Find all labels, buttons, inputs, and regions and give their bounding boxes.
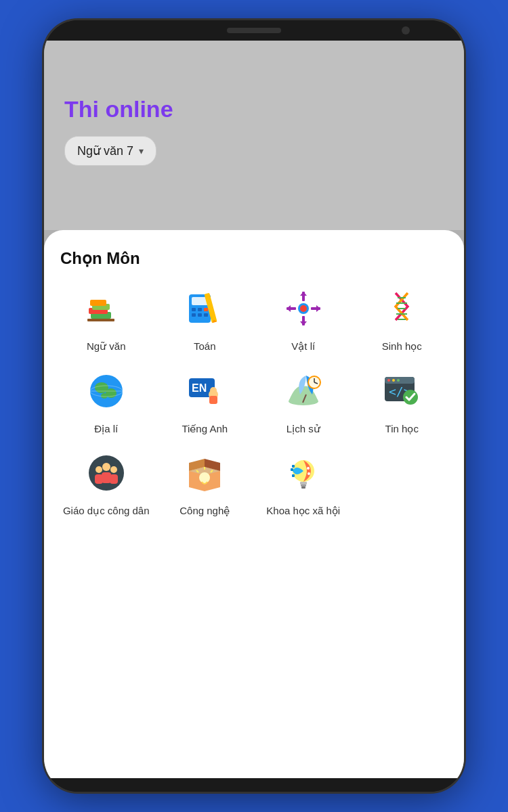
svg-point-57 <box>102 463 110 471</box>
khoa-hoc-icon <box>279 449 328 497</box>
svg-point-59 <box>110 466 117 473</box>
tieng-anh-icon: EN <box>180 367 229 415</box>
subject-dropdown[interactable]: Ngữ văn 7 ▾ <box>64 136 156 166</box>
sinh-hoc-icon <box>377 284 426 333</box>
phone-speaker <box>227 28 281 33</box>
svg-marker-22 <box>300 292 307 296</box>
cong-nghe-label: Công nghệ <box>179 504 230 518</box>
dropdown-arrow-icon: ▾ <box>139 145 144 156</box>
svg-rect-71 <box>292 465 295 468</box>
screen-top-area: Thi online Ngữ văn 7 ▾ <box>44 41 464 230</box>
svg-point-51 <box>397 379 400 382</box>
ngu-van-label: Ngữ văn <box>87 340 126 353</box>
svg-rect-7 <box>192 308 196 311</box>
gdcd-label: Giáo dục công dân <box>63 504 150 518</box>
dia-li-icon <box>82 367 131 415</box>
sheet-title: Chọn Môn <box>60 249 448 268</box>
phone-camera <box>402 26 410 35</box>
svg-point-39 <box>210 387 217 394</box>
app-title: Thi online <box>64 96 444 122</box>
cong-nghe-icon <box>180 449 229 497</box>
subject-item-lich-su[interactable]: Lịch sử <box>257 367 350 436</box>
svg-rect-73 <box>300 482 307 484</box>
svg-marker-18 <box>287 305 291 312</box>
lich-su-icon <box>279 367 328 415</box>
subject-item-tieng-anh[interactable]: EN Tiếng Anh <box>159 367 251 436</box>
svg-rect-12 <box>204 313 208 317</box>
svg-rect-60 <box>110 474 118 484</box>
svg-marker-20 <box>316 305 320 312</box>
selected-subject-label: Ngữ văn 7 <box>77 143 133 158</box>
svg-rect-8 <box>198 308 202 311</box>
tin-hoc-icon: </> <box>377 367 426 415</box>
subject-item-gdcd[interactable]: Giáo dục công dân <box>60 449 152 518</box>
svg-marker-24 <box>300 321 307 325</box>
phone-screen: Thi online Ngữ văn 7 ▾ Chọn Môn <box>44 41 464 778</box>
svg-rect-10 <box>192 313 196 317</box>
vat-li-icon <box>279 284 328 333</box>
svg-rect-11 <box>198 313 202 317</box>
tin-hoc-label: Tin học <box>385 422 419 436</box>
phone-frame: Thi online Ngữ văn 7 ▾ Chọn Môn <box>44 20 464 792</box>
subject-item-cong-nghe[interactable]: Công nghệ <box>159 449 251 518</box>
toan-label: Toán <box>194 340 216 353</box>
subject-item-ngu-van[interactable]: Ngữ văn <box>60 284 152 353</box>
svg-rect-4 <box>87 319 114 321</box>
svg-rect-75 <box>301 487 305 489</box>
svg-rect-70 <box>291 468 293 471</box>
svg-text:EN: EN <box>192 382 207 394</box>
svg-point-16 <box>300 305 307 312</box>
svg-rect-72 <box>292 474 295 477</box>
subject-item-dia-li[interactable]: Địa lí <box>60 367 152 436</box>
svg-point-49 <box>387 379 390 382</box>
subject-item-khoa-hoc[interactable]: Khoa học xã hội <box>257 449 350 518</box>
svg-point-55 <box>96 466 102 473</box>
khoa-hoc-label: Khoa học xã hội <box>266 504 340 518</box>
svg-rect-9 <box>204 308 208 311</box>
phone-bottom-bar <box>44 778 464 792</box>
status-bar <box>64 54 444 70</box>
svg-point-33 <box>101 393 108 399</box>
vat-li-label: Vật lí <box>291 340 315 353</box>
subject-grid: Ngữ văn <box>60 284 448 518</box>
svg-point-65 <box>199 472 210 483</box>
subject-item-sinh-hoc[interactable]: Sinh học <box>356 284 448 353</box>
ngu-van-icon <box>82 284 131 333</box>
svg-point-77 <box>308 472 310 475</box>
gdcd-icon <box>82 449 131 497</box>
phone-top-bar <box>44 20 464 41</box>
subject-item-tin-hoc[interactable]: </> Tin học <box>356 367 448 436</box>
lich-su-label: Lịch sử <box>287 422 320 436</box>
subject-item-toan[interactable]: Toán <box>159 284 251 353</box>
subject-item-vat-li[interactable]: Vật lí <box>257 284 350 353</box>
tieng-anh-label: Tiếng Anh <box>182 422 228 436</box>
svg-point-76 <box>307 467 310 470</box>
bottom-sheet: Chọn Môn N <box>44 230 464 778</box>
svg-rect-74 <box>301 484 306 487</box>
svg-point-50 <box>392 379 395 382</box>
svg-rect-58 <box>102 472 111 483</box>
svg-rect-40 <box>209 396 217 404</box>
sinh-hoc-label: Sinh học <box>382 340 422 353</box>
dia-li-label: Địa lí <box>94 422 118 436</box>
toan-icon <box>180 284 229 333</box>
svg-rect-3 <box>90 300 106 306</box>
